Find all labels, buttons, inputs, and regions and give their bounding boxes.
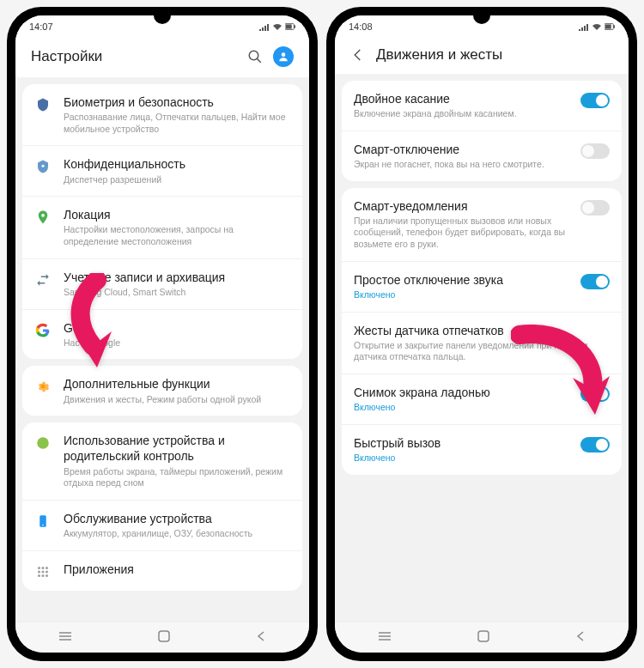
row-title: Использование устройства и родительский … bbox=[64, 433, 290, 464]
nav-back[interactable] bbox=[574, 630, 586, 646]
profile-avatar[interactable] bbox=[273, 46, 294, 67]
navbar bbox=[335, 622, 629, 653]
status-time: 14:07 bbox=[29, 21, 53, 32]
settings-row[interactable]: Обслуживание устройстваАккумулятор, хран… bbox=[22, 501, 302, 551]
row-subtitle: Включение экрана двойным касанием. bbox=[354, 108, 568, 120]
row-subtitle: Samsung Cloud, Smart Switch bbox=[64, 287, 290, 299]
row-subtitle: Распознавание лица, Отпечатки пальцев, Н… bbox=[64, 112, 290, 135]
svg-point-19 bbox=[42, 574, 45, 577]
row-text: Простое отключение звукаВключено bbox=[354, 272, 568, 301]
settings-row[interactable]: Жесты датчика отпечатковОткрытие и закры… bbox=[342, 313, 622, 374]
toggle-switch[interactable] bbox=[580, 437, 610, 452]
biometrics-icon bbox=[34, 96, 52, 113]
google-icon bbox=[34, 322, 52, 339]
row-text: Быстрый вызовВключено bbox=[354, 435, 568, 465]
svg-rect-24 bbox=[159, 631, 169, 641]
svg-point-3 bbox=[249, 51, 258, 60]
toggle-switch[interactable] bbox=[580, 200, 610, 216]
notch bbox=[154, 7, 171, 24]
svg-point-9 bbox=[37, 438, 49, 450]
svg-rect-26 bbox=[605, 24, 611, 28]
toggle-switch[interactable] bbox=[580, 93, 610, 108]
search-icon[interactable] bbox=[247, 49, 263, 64]
nav-home[interactable] bbox=[157, 629, 171, 647]
devicecare-icon bbox=[34, 513, 52, 530]
svg-point-5 bbox=[282, 52, 286, 57]
settings-row[interactable]: Смарт-уведомленияПри наличии пропущенных… bbox=[342, 188, 622, 262]
toggle-switch[interactable] bbox=[580, 386, 610, 402]
row-title: Снимок экрана ладонью bbox=[354, 385, 568, 400]
settings-row[interactable]: Быстрый вызовВключено bbox=[342, 425, 622, 475]
settings-group: Двойное касаниеВключение экрана двойным … bbox=[342, 81, 622, 181]
status-time: 14:08 bbox=[349, 21, 373, 32]
row-title: Локация bbox=[64, 207, 290, 222]
signal-icon bbox=[579, 22, 589, 31]
row-title: Дополнительные функции bbox=[64, 376, 290, 392]
row-text: Использование устройства и родительский … bbox=[64, 433, 290, 489]
row-text: Дополнительные функцииДвижения и жесты, … bbox=[64, 376, 290, 405]
svg-point-6 bbox=[42, 165, 45, 167]
row-text: Двойное касаниеВключение экрана двойным … bbox=[354, 91, 568, 120]
svg-rect-2 bbox=[294, 25, 295, 27]
settings-list[interactable]: Биометрия и безопасностьРаспознавание ли… bbox=[15, 77, 309, 622]
settings-row[interactable]: Биометрия и безопасностьРаспознавание ли… bbox=[22, 84, 302, 146]
toggle-switch[interactable] bbox=[580, 143, 610, 159]
phone-left: 14:07 Настройки Биометрия и безопасность… bbox=[7, 7, 318, 661]
signal-icon bbox=[259, 22, 270, 31]
svg-point-7 bbox=[41, 214, 45, 217]
nav-home[interactable] bbox=[477, 629, 490, 647]
toggle-switch[interactable] bbox=[580, 274, 610, 289]
row-text: КонфиденциальностьДиспетчер разрешений bbox=[64, 156, 290, 185]
settings-row[interactable]: Дополнительные функцииДвижения и жесты, … bbox=[22, 366, 302, 416]
row-title: Простое отключение звука bbox=[354, 272, 568, 288]
wellbeing-icon bbox=[34, 434, 52, 452]
settings-row[interactable]: Учетные записи и архивацияSamsung Cloud,… bbox=[22, 259, 302, 310]
gestures-list[interactable]: Двойное касаниеВключение экрана двойным … bbox=[335, 74, 629, 622]
settings-group: Смарт-уведомленияПри наличии пропущенных… bbox=[342, 188, 622, 475]
settings-group: Дополнительные функцииДвижения и жесты, … bbox=[22, 366, 302, 416]
page-title: Движения и жесты bbox=[376, 46, 613, 64]
accounts-icon bbox=[34, 271, 52, 288]
screen-left: 14:07 Настройки Биометрия и безопасность… bbox=[15, 15, 309, 653]
row-text: Учетные записи и архивацияSamsung Cloud,… bbox=[64, 270, 290, 299]
nav-recents[interactable] bbox=[377, 630, 392, 646]
settings-row[interactable]: КонфиденциальностьДиспетчер разрешений bbox=[22, 146, 302, 197]
row-text: Приложения bbox=[64, 562, 290, 577]
row-title: Учетные записи и архивация bbox=[64, 270, 290, 285]
svg-rect-1 bbox=[286, 24, 292, 28]
row-title: Быстрый вызов bbox=[354, 435, 568, 451]
row-title: Биометрия и безопасность bbox=[64, 94, 290, 110]
settings-row[interactable]: Простое отключение звукаВключено bbox=[342, 262, 622, 313]
svg-point-11 bbox=[42, 525, 44, 526]
nav-recents[interactable] bbox=[58, 630, 73, 646]
status-icons bbox=[259, 22, 295, 31]
row-text: ЛокацияНастройки местоположения, запросы… bbox=[64, 207, 290, 247]
notch bbox=[473, 7, 490, 24]
settings-row[interactable]: Смарт-отключениеЭкран не погаснет, пока … bbox=[342, 131, 622, 181]
row-status-enabled: Включено bbox=[354, 452, 568, 465]
settings-group: Использование устройства и родительский … bbox=[22, 422, 302, 590]
settings-row[interactable]: Использование устройства и родительский … bbox=[22, 422, 302, 501]
settings-row[interactable]: Двойное касаниеВключение экрана двойным … bbox=[342, 81, 622, 131]
settings-row[interactable]: ЛокацияНастройки местоположения, запросы… bbox=[22, 197, 302, 258]
row-title: Двойное касание bbox=[354, 91, 568, 106]
row-text: Обслуживание устройстваАккумулятор, хран… bbox=[64, 511, 290, 540]
row-subtitle: Время работы экрана, таймеры приложений,… bbox=[64, 466, 290, 489]
back-icon[interactable] bbox=[350, 47, 366, 63]
settings-row[interactable]: Снимок экрана ладоньюВключено bbox=[342, 374, 622, 425]
row-subtitle: Движения и жесты, Режим работы одной рук… bbox=[64, 394, 290, 406]
row-subtitle: Диспетчер разрешений bbox=[64, 174, 290, 186]
row-subtitle: Открытие и закрытие панели уведомлений п… bbox=[354, 340, 610, 363]
row-subtitle: Настройки местоположения, запросы на опр… bbox=[64, 224, 290, 247]
screen-right: 14:08 Движения и жесты Двойное касаниеВк… bbox=[335, 15, 629, 653]
svg-point-16 bbox=[42, 570, 45, 573]
settings-row[interactable]: GooНастр Google bbox=[22, 310, 302, 360]
settings-row[interactable]: Приложения bbox=[22, 551, 302, 591]
nav-back[interactable] bbox=[255, 630, 267, 646]
row-subtitle: При наличии пропущенных вызовов или новы… bbox=[354, 216, 568, 251]
row-text: Биометрия и безопасностьРаспознавание ли… bbox=[64, 94, 290, 135]
phone-right: 14:08 Движения и жесты Двойное касаниеВк… bbox=[326, 7, 637, 661]
row-text: Снимок экрана ладоньюВключено bbox=[354, 385, 568, 414]
apps-icon bbox=[34, 563, 52, 580]
svg-point-15 bbox=[38, 570, 40, 573]
